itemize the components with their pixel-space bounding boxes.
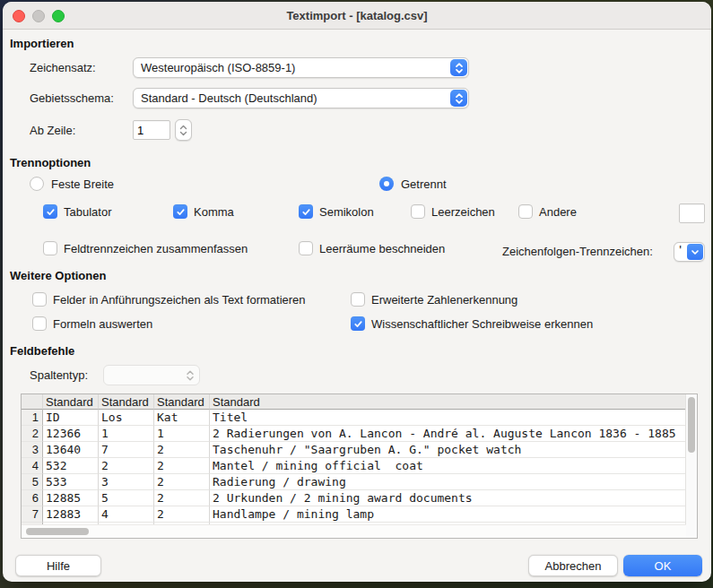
other-checkbox[interactable]: Andere [518, 204, 577, 219]
column-header[interactable] [22, 394, 43, 410]
zoom-button[interactable] [52, 10, 65, 22]
checkbox-box [43, 241, 57, 255]
special-numbers-checkbox[interactable]: Erweiterte Zahlenerkennung [351, 292, 517, 307]
checkbox-box [32, 292, 47, 307]
table-cell: 2 [99, 458, 154, 474]
table-cell: Handlampe / mining lamp [210, 506, 686, 523]
table-row[interactable]: 71288342Handlampe / mining lamp [22, 506, 686, 523]
table-cell: 2 [154, 474, 210, 490]
from-row-label: Ab Zeile: [30, 124, 75, 137]
tab-label: Tabulator [64, 205, 111, 219]
separated-radio[interactable]: Getrennt [379, 177, 447, 191]
table-row[interactable]: 1IDLosKatTitel [22, 410, 686, 426]
column-header[interactable]: Standard [210, 394, 686, 410]
quoted-as-text-label: Felder in Anführungszeichen als Text for… [53, 293, 306, 307]
trim-spaces-checkbox[interactable]: Leerräume beschneiden [299, 241, 445, 255]
column-type-select[interactable] [103, 365, 200, 385]
checkbox-box [173, 204, 187, 219]
section-importieren: Importieren [10, 37, 74, 50]
horizontal-scrollbar[interactable] [22, 524, 686, 538]
checkbox-box [351, 292, 365, 307]
table-cell: 12366 [43, 426, 99, 442]
table-cell: 12885 [43, 490, 99, 506]
row-number: 1 [22, 410, 43, 426]
row-number: 2 [22, 426, 43, 442]
string-delimiter-row: Zeichenfolgen-Trennzeichen: [502, 241, 653, 261]
table-cell: 2 [154, 442, 210, 458]
column-type-label: Spaltentyp: [30, 368, 88, 382]
table-cell: 7 [99, 442, 154, 458]
quoted-as-text-checkbox[interactable]: Felder in Anführungszeichen als Text for… [32, 292, 306, 307]
title-bar[interactable]: Textimport - [katalog.csv] [3, 2, 711, 30]
table-cell: 5 [99, 490, 154, 506]
space-label: Leerzeichen [431, 205, 495, 219]
table-cell: Titel [210, 410, 686, 426]
table-cell: ID [43, 410, 99, 426]
help-button[interactable]: Hilfe [15, 555, 101, 576]
row-number: 7 [22, 506, 43, 523]
tab-checkbox[interactable]: Tabulator [43, 204, 111, 219]
table-cell: Radierung / drawing [210, 474, 686, 490]
table-cell: 2 [154, 506, 210, 523]
table-row[interactable]: 31364072Taschenuhr / "Saargruben A. G." … [22, 442, 686, 458]
table-row[interactable]: 453222Mantel / mining official coat [22, 458, 686, 474]
minimize-button[interactable] [32, 10, 45, 22]
chevron-down-icon [687, 244, 703, 260]
table-cell: 4 [99, 506, 154, 523]
row-number: 4 [22, 458, 43, 474]
semicolon-checkbox[interactable]: Semikolon [299, 204, 374, 219]
horizontal-scrollbar-thumb[interactable] [26, 528, 89, 535]
preview-table[interactable]: StandardStandardStandardStandard 1IDLosK… [21, 393, 698, 539]
checkbox-box [43, 204, 57, 219]
fixed-width-radio[interactable]: Feste Breite [30, 177, 114, 191]
column-header[interactable]: Standard [43, 394, 99, 410]
locale-select[interactable]: Standard - Deutsch (Deutschland) [133, 88, 469, 108]
chevron-up-down-icon [450, 59, 467, 76]
row-number: 5 [22, 474, 43, 490]
checkbox-box [351, 316, 365, 331]
charset-value: Westeuropäisch (ISO-8859-1) [141, 61, 449, 74]
preview-table-scroll-area: StandardStandardStandardStandard 1IDLosK… [22, 394, 686, 538]
table-cell: 2 [154, 490, 210, 506]
string-delimiter-combo[interactable]: ' [674, 242, 705, 262]
preview-table-header-row: StandardStandardStandardStandard [22, 394, 686, 410]
space-checkbox[interactable]: Leerzeichen [411, 204, 495, 219]
separated-label: Getrennt [401, 177, 447, 191]
table-row[interactable]: 553332Radierung / drawing [22, 474, 686, 490]
other-delimiter-input[interactable] [679, 203, 705, 223]
charset-select[interactable]: Westeuropäisch (ISO-8859-1) [133, 57, 469, 78]
table-row[interactable]: 212366112 Radierungen von A. Lancon - An… [22, 426, 686, 442]
fixed-width-label: Feste Breite [51, 177, 114, 191]
merge-delimiters-checkbox[interactable]: Feldtrennzeichen zusammenfassen [43, 241, 248, 255]
vertical-scrollbar-thumb[interactable] [688, 397, 695, 453]
table-cell: Taschenuhr / "Saargruben A. G." pocket w… [210, 442, 686, 458]
evaluate-formulas-checkbox[interactable]: Formeln auswerten [32, 316, 152, 331]
vertical-scrollbar[interactable] [685, 394, 697, 538]
special-numbers-label: Erweiterte Zahlenerkennung [371, 293, 517, 307]
comma-label: Komma [194, 205, 234, 219]
scientific-notation-label: Wissenschaftlicher Schreibweise erkennen [371, 317, 593, 331]
semicolon-label: Semikolon [319, 205, 374, 219]
table-cell: 1 [99, 426, 154, 442]
table-cell: 12883 [43, 506, 99, 523]
chevron-up-icon [179, 125, 187, 130]
table-cell: 532 [43, 458, 99, 474]
comma-checkbox[interactable]: Komma [173, 204, 234, 219]
from-row-stepper[interactable] [175, 119, 192, 141]
cancel-button[interactable]: Abbrechen [528, 555, 618, 576]
locale-row: Gebietsschema: [30, 88, 114, 108]
locale-label: Gebietsschema: [30, 91, 114, 105]
ok-button[interactable]: OK [623, 555, 702, 576]
table-cell: 2 [154, 458, 210, 474]
close-button[interactable] [13, 10, 25, 22]
from-row-row: Ab Zeile: [30, 119, 75, 141]
section-trennoptionen: Trennoptionen [10, 156, 91, 169]
row-number: 6 [22, 490, 43, 506]
table-cell: 13640 [43, 442, 99, 458]
column-header[interactable]: Standard [154, 394, 210, 410]
table-row[interactable]: 612885522 Urkunden / 2 mining award docu… [22, 490, 686, 506]
scientific-notation-checkbox[interactable]: Wissenschaftlicher Schreibweise erkennen [351, 316, 593, 331]
from-row-input[interactable] [133, 120, 170, 140]
column-header[interactable]: Standard [99, 394, 154, 410]
textimport-dialog: Textimport - [katalog.csv] Importieren Z… [3, 2, 711, 582]
